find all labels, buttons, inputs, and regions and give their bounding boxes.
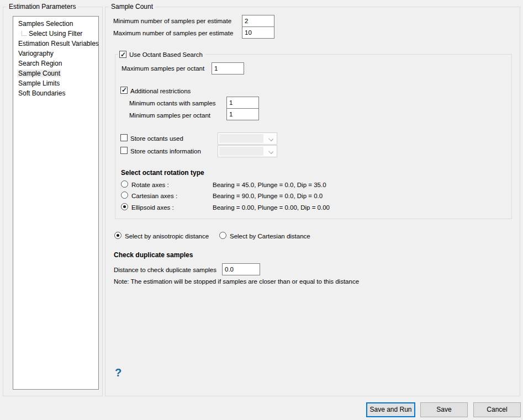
tree-item-search-region[interactable]: Search Region (13, 59, 98, 68)
store-octants-used-checkbox[interactable] (120, 134, 128, 141)
max-samples-input[interactable] (242, 26, 274, 39)
max-per-octant-input[interactable] (212, 62, 244, 75)
sample-count-group-title: Sample Count (109, 3, 155, 11)
cancel-button[interactable]: Cancel (473, 402, 521, 417)
cartesian-axes-values: Bearing = 90.0, Plunge = 0.0, Dip = 0.0 (213, 192, 323, 200)
cartesian-axes-radio[interactable] (121, 192, 128, 199)
duplicate-distance-label: Distance to check duplicate samples (114, 266, 216, 274)
cartesian-distance-label: Select by Cartesian distance (230, 232, 310, 240)
additional-restrictions-label: Additional restrictions (130, 87, 191, 95)
chevron-down-icon (268, 149, 273, 154)
tree-item-variography[interactable]: Variography (13, 49, 98, 59)
parameters-tree: Samples Selection Select Using Filter Es… (13, 16, 99, 390)
octant-search-title: Use Octant Based Search (118, 50, 205, 59)
store-octants-used-label: Store octants used (130, 135, 183, 142)
anisotropic-distance-radio[interactable] (114, 232, 121, 239)
use-octant-search-checkbox[interactable] (119, 51, 126, 58)
check-duplicate-heading: Check duplicate samples (114, 251, 193, 259)
max-per-octant-label: Maximum samples per octant (121, 65, 204, 72)
estimation-parameters-group: Estimation Parameters Samples Selection … (3, 7, 103, 396)
duplicate-distance-input[interactable] (222, 263, 260, 275)
min-samples-per-octant-input[interactable] (226, 108, 259, 120)
tree-item-sample-limits[interactable]: Sample Limits (13, 78, 98, 88)
estimation-dialog: Estimation Parameters Samples Selection … (0, 0, 523, 420)
rotate-axes-values: Bearing = 45.0, Plunge = 0.0, Dip = 35.0 (213, 181, 326, 189)
help-icon[interactable]: ? (115, 366, 121, 379)
min-samples-input[interactable] (242, 15, 274, 27)
tree-item-soft-boundaries[interactable]: Soft Boundaries (13, 88, 98, 98)
rotate-axes-radio[interactable] (121, 180, 128, 188)
store-octants-information-checkbox[interactable] (120, 147, 128, 154)
tree-item-samples-selection[interactable]: Samples Selection (13, 19, 98, 29)
ellipsoid-axes-label: Ellipsoid axes : (131, 204, 174, 211)
tree-item-select-using-filter[interactable]: Select Using Filter (13, 29, 98, 39)
ellipsoid-axes-values: Bearing = 0.00, Plunge = 0.00, Dip = 0.0… (213, 204, 330, 211)
duplicate-note: Note: The estimation will be stopped if … (114, 278, 359, 285)
chevron-down-icon (268, 136, 273, 141)
max-samples-label: Maximum number of samples per estimate (113, 29, 233, 37)
min-samples-label: Minimum number of samples per estimate (113, 17, 231, 25)
min-octants-input[interactable] (226, 97, 259, 109)
cartesian-axes-label: Cartesian axes : (131, 192, 177, 200)
additional-restrictions-checkbox[interactable] (120, 87, 128, 94)
min-octants-label: Minimum octants with samples (129, 99, 216, 107)
store-octants-used-dropdown (218, 132, 277, 145)
rotate-axes-label: Rotate axes : (131, 181, 169, 189)
ellipsoid-axes-radio[interactable] (121, 203, 128, 210)
anisotropic-distance-label: Select by anisotropic distance (125, 232, 209, 240)
store-octants-information-dropdown (218, 145, 277, 157)
store-octants-information-label: Store octants information (130, 147, 201, 155)
estimation-parameters-group-title: Estimation Parameters (7, 3, 78, 11)
tree-item-sample-count[interactable]: Sample Count (13, 68, 98, 78)
save-and-run-button[interactable]: Save and Run (366, 402, 415, 417)
min-samples-per-octant-label: Minimum samples per octant (129, 111, 210, 119)
tree-item-estimation-result-variables[interactable]: Estimation Result Variables (13, 39, 98, 49)
cartesian-distance-radio[interactable] (219, 232, 226, 239)
tree-connector-icon (22, 31, 27, 36)
rotation-type-heading: Select octant rotation type (121, 169, 204, 177)
save-button[interactable]: Save (420, 402, 468, 417)
